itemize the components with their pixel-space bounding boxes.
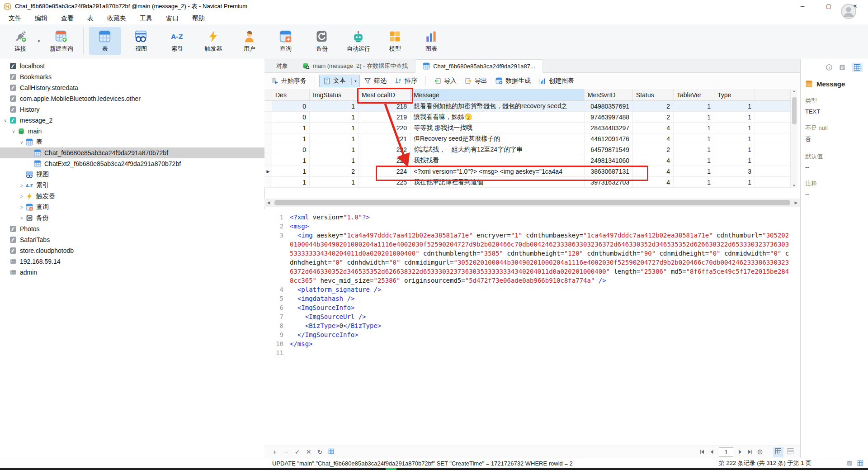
filter-button[interactable]: 筛选 [360, 75, 391, 87]
cell-tablever[interactable]: 1 [674, 155, 714, 166]
tree-item-main-db[interactable]: ∨main [0, 126, 264, 137]
grid-vertical-scrollbar[interactable]: ▲ ▼ [790, 89, 797, 188]
tree-item-chat-table[interactable]: Chat_f6b680e85ab3ca24f9da291a870b72bf [0, 147, 264, 158]
tab-find-in-database[interactable]: main (message_2) - 在数据库中查找 [295, 59, 415, 72]
column-header-tablever[interactable]: TableVer [674, 89, 714, 100]
automation-button[interactable]: 自动运行 [342, 27, 375, 55]
notes-icon[interactable] [839, 63, 846, 72]
column-header-imgstatus[interactable]: ImgStatus [310, 89, 359, 100]
scrollbar-thumb[interactable] [792, 97, 797, 124]
tree-item-triggers-folder[interactable]: >触发器 [0, 191, 264, 202]
sort-button[interactable]: 排序 [391, 75, 421, 87]
column-header-meslocalid[interactable]: MesLocalID [359, 89, 410, 100]
cell-tablever[interactable]: 1 [674, 133, 714, 144]
user-button[interactable]: 用户 [234, 27, 265, 55]
show-multiple-forms-button[interactable] [326, 448, 337, 456]
cell-imgstatus[interactable]: 1 [310, 155, 359, 166]
cell-type[interactable]: 1 [714, 112, 755, 122]
menu-help[interactable]: 帮助 [185, 14, 212, 23]
tree-item-store-cloudphotodb[interactable]: store.cloudphotodb [0, 245, 264, 256]
row-selector[interactable] [264, 123, 272, 133]
tree-item-bookmarks[interactable]: Bookmarks [0, 71, 264, 82]
cell-meslocalid[interactable]: 224 [359, 166, 410, 176]
column-header-status[interactable]: Status [633, 89, 674, 100]
text-view-dropdown-icon[interactable]: ▼ [351, 78, 359, 85]
scrollbar-thumb[interactable] [274, 200, 790, 205]
tree-item-com-apple-mobilebluetooth[interactable]: com.apple.MobileBluetooth.ledevices.othe… [0, 93, 264, 104]
menu-view[interactable]: 查看 [54, 14, 80, 23]
menu-edit[interactable]: 编辑 [28, 14, 54, 23]
cell-des[interactable]: 1 [272, 155, 310, 166]
cell-meslocalid[interactable]: 222 [359, 144, 410, 155]
cell-status[interactable]: 4 [633, 133, 674, 144]
cell-messvrid[interactable]: 97463997488 [585, 112, 633, 122]
cell-status[interactable]: 2 [633, 101, 674, 111]
query-button[interactable]: 查询 [270, 27, 302, 55]
tree-item-queries-folder[interactable]: >查询 [0, 202, 264, 213]
cell-imgstatus[interactable]: 1 [310, 112, 359, 122]
begin-transaction-button[interactable]: 开始事务 [267, 75, 311, 87]
import-button[interactable]: 导入 [430, 75, 461, 87]
cell-message[interactable]: 想看看例如他的加密貨幣錢包，錢包的recovery seed之 [410, 101, 585, 111]
tree-item-backups-folder[interactable]: >备份 [0, 213, 264, 223]
new-query-button[interactable]: 新建查询 [45, 27, 78, 55]
cell-message[interactable]: 但Recovery seed是甚麼樣子的 [410, 133, 585, 144]
cell-message[interactable]: 我在他筆記簿裡看到這個 [410, 177, 585, 187]
cell-type[interactable]: 1 [714, 133, 755, 144]
cell-messvrid[interactable]: 44612091476 [585, 133, 633, 144]
row-selector[interactable] [264, 155, 272, 166]
expander-open-icon[interactable]: ∨ [10, 129, 17, 134]
menu-table[interactable]: 表 [80, 14, 100, 23]
cell-meslocalid[interactable]: 220 [359, 123, 410, 133]
cell-meslocalid[interactable]: 219 [359, 112, 410, 122]
next-page-button[interactable] [737, 449, 743, 455]
menu-window[interactable]: 窗口 [159, 14, 185, 23]
tree-item-chatext2-table[interactable]: ChatExt2_f6b680e85ab3ca24f9da291a870b72b… [0, 158, 264, 169]
cell-message[interactable]: 你試試找，一組大約有12至24字的字串 [410, 144, 585, 155]
cell-messvrid[interactable]: 28434403297 [585, 123, 633, 133]
cell-type[interactable]: 1 [714, 144, 755, 155]
view-button[interactable]: 视图 [125, 27, 157, 55]
user-avatar-icon[interactable] [841, 4, 856, 21]
cell-status[interactable]: 4 [633, 155, 674, 166]
cell-status[interactable]: 2 [633, 112, 674, 122]
apply-changes-button[interactable]: ✓ [292, 448, 303, 456]
tree-item-admin[interactable]: admin [0, 267, 264, 278]
row-selector[interactable] [264, 112, 272, 122]
cell-messvrid[interactable]: 64579871549 [585, 144, 633, 155]
tab-chat-table[interactable]: Chat_f6b680e85ab3ca24f9da291a87... [415, 59, 543, 73]
cell-imgstatus[interactable]: 1 [310, 123, 359, 133]
cell-imgstatus[interactable]: 2 [310, 166, 359, 176]
cell-messvrid[interactable]: 24981341060 [585, 155, 633, 166]
expander-closed-icon[interactable]: > [18, 216, 25, 221]
cell-meslocalid[interactable]: 218 [359, 101, 410, 111]
cell-type[interactable]: 1 [714, 155, 755, 166]
tree-item-callhistory-storedata[interactable]: CallHistory.storedata [0, 82, 264, 93]
grid-view-button[interactable] [773, 447, 783, 457]
scroll-right-icon[interactable]: ▶ [792, 200, 800, 205]
cell-imgstatus[interactable]: 1 [310, 133, 359, 144]
cell-status[interactable]: 4 [633, 177, 674, 187]
cell-type[interactable]: 1 [714, 101, 755, 111]
trigger-button[interactable]: 触发器 [198, 27, 229, 55]
cell-type[interactable]: 1 [714, 123, 755, 133]
cell-des[interactable]: 1 [272, 177, 310, 187]
cell-tablever[interactable]: 1 [674, 166, 714, 176]
cell-imgstatus[interactable]: 1 [310, 101, 359, 111]
cell-tablever[interactable]: 1 [674, 177, 714, 187]
previous-page-button[interactable] [709, 449, 715, 455]
column-header-des[interactable]: Des [272, 89, 310, 100]
cell-status[interactable]: 4 [633, 123, 674, 133]
create-chart-button[interactable]: 创建图表 [535, 75, 578, 87]
tree-item-ip-192-168-59-14[interactable]: 192.168.59.14 [0, 256, 264, 267]
refresh-button[interactable]: ↻ [314, 448, 326, 456]
first-page-button[interactable] [699, 449, 705, 455]
cell-imgstatus[interactable]: 1 [310, 177, 359, 187]
column-header-type[interactable]: Type [714, 89, 755, 100]
cell-des[interactable]: 0 [272, 144, 310, 155]
row-selector-header[interactable] [264, 89, 272, 100]
connection-dropdown-icon[interactable]: ▼ [37, 39, 41, 43]
index-button[interactable]: A-Z索引 [161, 27, 193, 55]
expander-closed-icon[interactable]: > [18, 205, 25, 210]
cell-meslocalid[interactable]: 223 [359, 155, 410, 166]
